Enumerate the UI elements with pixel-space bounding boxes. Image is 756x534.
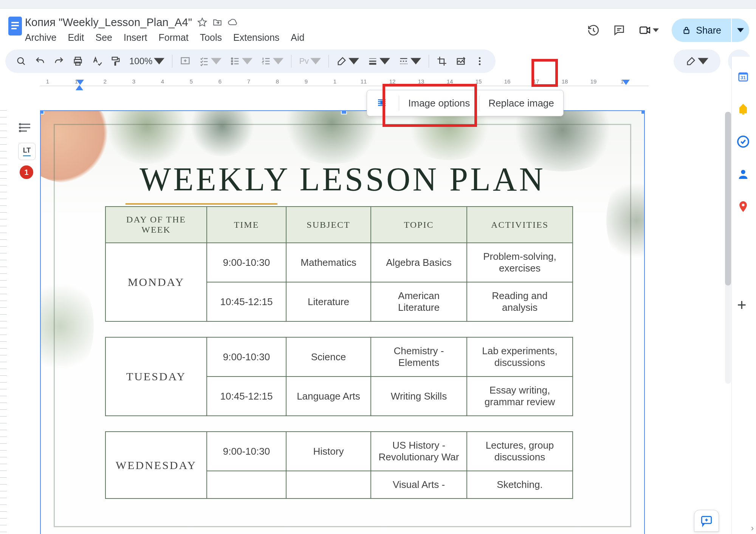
svg-rect-20 xyxy=(381,101,383,104)
th-topic: TOPIC xyxy=(371,207,467,243)
vertical-ruler xyxy=(0,110,7,534)
svg-text:31: 31 xyxy=(741,75,746,80)
replace-image-button[interactable]: Replace image xyxy=(479,90,563,116)
editing-mode-icon[interactable] xyxy=(683,53,711,69)
cell: 9:00-10:30 xyxy=(207,337,286,377)
border-color-icon[interactable] xyxy=(333,53,362,69)
th-time: TIME xyxy=(207,207,286,243)
zoom-value: 100% xyxy=(129,56,152,66)
cell: Algebra Basics xyxy=(371,243,467,282)
image-options-button[interactable]: Image options xyxy=(399,90,479,116)
menu-insert[interactable]: Insert xyxy=(124,32,147,43)
docs-logo[interactable] xyxy=(5,14,25,38)
side-add-icon[interactable]: + xyxy=(737,296,747,314)
lesson-plan-table: DAY OF THE WEEK TIME SUBJECT TOPIC ACTIV… xyxy=(105,206,573,499)
cell: 10:45-12:15 xyxy=(207,377,286,416)
add-comment-icon[interactable] xyxy=(177,53,194,69)
horizontal-ruler[interactable]: 112345678911112131415161718191 xyxy=(40,78,649,90)
more-options-icon[interactable] xyxy=(471,53,488,69)
cell: 10:45-12:15 xyxy=(207,282,286,321)
svg-rect-6 xyxy=(684,30,689,34)
menu-archive[interactable]: Archive xyxy=(25,32,56,43)
th-activities: ACTIVITIES xyxy=(467,207,573,243)
document-page[interactable]: WEEKLY LESSON PLAN DAY OF THE WEEK TIME … xyxy=(40,110,645,534)
menu-extensions[interactable]: Extensions xyxy=(233,32,279,43)
search-icon[interactable] xyxy=(13,53,29,69)
languagetool-badge[interactable]: 1 xyxy=(20,165,33,179)
svg-point-13 xyxy=(231,58,233,59)
cloud-status-icon[interactable] xyxy=(228,17,237,27)
vertical-scrollbar[interactable] xyxy=(725,112,731,384)
move-folder-icon[interactable] xyxy=(212,17,222,27)
svg-rect-3 xyxy=(11,28,17,29)
svg-point-15 xyxy=(231,63,233,65)
menu-aid[interactable]: Aid xyxy=(291,32,304,43)
svg-point-22 xyxy=(20,127,21,128)
svg-rect-11 xyxy=(112,57,118,60)
cell: Mathematics xyxy=(286,243,371,282)
scroll-right-arrow[interactable]: › xyxy=(751,523,754,533)
cell: History xyxy=(286,432,371,471)
svg-point-29 xyxy=(741,170,745,174)
cell: US History - Revolutionary War xyxy=(371,432,467,471)
maps-icon[interactable] xyxy=(737,200,750,214)
cell: Problem-solving, exercises xyxy=(467,243,573,282)
menu-see[interactable]: See xyxy=(95,32,112,43)
history-icon[interactable] xyxy=(587,24,600,37)
undo-icon[interactable] xyxy=(32,53,48,69)
crop-icon[interactable] xyxy=(434,53,450,69)
contacts-icon[interactable] xyxy=(737,168,750,181)
svg-point-30 xyxy=(742,204,744,206)
cell: Chemistry - Elements xyxy=(371,337,467,377)
checklist-icon[interactable] xyxy=(196,53,225,69)
svg-point-14 xyxy=(231,60,233,62)
svg-rect-5 xyxy=(640,27,647,34)
svg-point-21 xyxy=(20,124,21,125)
tasks-icon[interactable] xyxy=(737,135,750,149)
numbered-list-icon[interactable] xyxy=(258,53,287,69)
cell xyxy=(286,471,371,499)
meet-button[interactable] xyxy=(638,24,659,37)
replace-image-icon[interactable] xyxy=(452,53,469,69)
bullet-list-icon[interactable] xyxy=(227,53,256,69)
cell: 9:00-10:30 xyxy=(207,243,286,282)
calendar-icon[interactable]: 31 xyxy=(737,70,750,84)
text-wrap-button[interactable] xyxy=(367,90,399,116)
share-button[interactable]: Share xyxy=(672,19,731,42)
share-dropdown[interactable] xyxy=(732,19,749,42)
day-tuesday: TUESDAY xyxy=(105,337,207,416)
languagetool-button[interactable]: LT xyxy=(18,143,36,160)
cell: Writing Skills xyxy=(371,377,467,416)
cell: Language Arts xyxy=(286,377,371,416)
side-panel: 31 + xyxy=(731,57,755,534)
zoom-selector[interactable]: 100% xyxy=(126,53,167,69)
svg-rect-1 xyxy=(11,22,19,23)
spellcheck-icon[interactable] xyxy=(88,53,105,69)
border-dash-icon[interactable] xyxy=(395,53,424,69)
border-weight-icon[interactable] xyxy=(364,53,393,69)
comments-icon[interactable] xyxy=(613,24,626,37)
redo-icon[interactable] xyxy=(51,53,67,69)
paint-format-icon[interactable] xyxy=(107,53,124,69)
cell: Lab experiments, discussions xyxy=(467,337,573,377)
menu-tools[interactable]: Tools xyxy=(200,32,222,43)
menu-format[interactable]: Format xyxy=(158,32,188,43)
styles-selector[interactable]: Pv xyxy=(296,53,324,69)
menu-edit[interactable]: Edit xyxy=(68,32,84,43)
cell: Science xyxy=(286,337,371,377)
svg-point-7 xyxy=(18,58,23,63)
svg-rect-27 xyxy=(742,113,744,114)
day-wednesday: WEDNESDAY xyxy=(105,432,207,499)
cell: Reading and analysis xyxy=(467,282,573,321)
add-comment-fab[interactable] xyxy=(694,510,719,532)
svg-point-18 xyxy=(479,60,481,62)
document-title[interactable]: Копия "Weekly_Lesson_Plan_A4" xyxy=(25,16,192,29)
svg-point-23 xyxy=(20,131,21,132)
cell: Literature xyxy=(286,282,371,321)
print-icon[interactable] xyxy=(70,53,86,69)
th-day: DAY OF THE WEEK xyxy=(105,207,207,243)
star-icon[interactable] xyxy=(197,17,207,27)
outline-toggle-icon[interactable] xyxy=(19,121,36,137)
keep-icon[interactable] xyxy=(737,103,750,116)
th-subject: SUBJECT xyxy=(286,207,371,243)
